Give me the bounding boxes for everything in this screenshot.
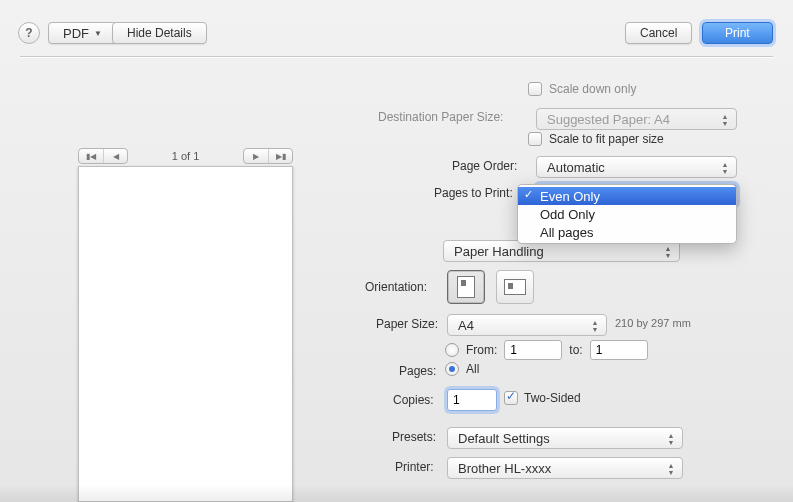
presets-value: Default Settings <box>458 431 550 446</box>
page-order-value: Automatic <box>547 160 605 175</box>
pdf-label: PDF <box>63 26 89 41</box>
hide-details-button[interactable]: Hide Details <box>112 22 207 44</box>
paper-size-popup[interactable]: A4 ▲▼ <box>447 314 607 336</box>
preview-page-counter: 1 of 1 <box>172 150 200 162</box>
pages-from-radio[interactable] <box>445 343 459 357</box>
portrait-icon <box>457 276 475 298</box>
pages-to-print-label: Pages to Print: <box>434 186 513 200</box>
updown-arrows-icon: ▲▼ <box>588 318 602 334</box>
next-page-icon[interactable]: ▶ <box>244 149 268 163</box>
separator <box>20 56 773 57</box>
page-order-label: Page Order: <box>452 159 517 173</box>
updown-arrows-icon: ▲▼ <box>661 244 675 260</box>
two-sided-label: Two-Sided <box>524 391 581 405</box>
pages-all-label: All <box>466 362 479 376</box>
preview-next-last-buttons[interactable]: ▶ ▶▮ <box>243 148 293 164</box>
last-page-icon[interactable]: ▶▮ <box>268 149 292 163</box>
decorative-shadow <box>0 484 793 502</box>
pages-to-label: to: <box>569 343 582 357</box>
updown-arrows-icon: ▲▼ <box>718 160 732 176</box>
print-section-value: Paper Handling <box>454 244 544 259</box>
prev-page-icon[interactable]: ◀ <box>103 149 127 163</box>
print-button[interactable]: Print <box>702 22 773 44</box>
help-button[interactable]: ? <box>18 22 40 44</box>
menu-item-all-pages[interactable]: All pages <box>518 223 736 241</box>
pages-all-radio[interactable] <box>445 362 459 376</box>
menu-item-even-only[interactable]: ✓Even Only <box>518 187 736 205</box>
pages-from-input[interactable] <box>504 340 562 360</box>
menu-item-label: All pages <box>540 225 593 240</box>
page-order-popup[interactable]: Automatic ▲▼ <box>536 156 737 178</box>
scale-to-fit-label: Scale to fit paper size <box>549 132 664 146</box>
pdf-menu-button[interactable]: PDF▼ <box>48 22 117 44</box>
updown-arrows-icon: ▲▼ <box>718 112 732 128</box>
pages-label: Pages: <box>399 364 436 378</box>
menu-item-odd-only[interactable]: Odd Only <box>518 205 736 223</box>
two-sided-checkbox[interactable] <box>504 391 518 405</box>
cancel-button[interactable]: Cancel <box>625 22 692 44</box>
scale-down-only-label: Scale down only <box>549 82 636 96</box>
menu-item-label: Odd Only <box>540 207 595 222</box>
destination-paper-size-label: Destination Paper Size: <box>378 110 503 124</box>
paper-size-value: A4 <box>458 318 474 333</box>
orientation-landscape-button[interactable] <box>496 270 534 304</box>
orientation-portrait-button[interactable] <box>447 270 485 304</box>
destination-paper-size-popup: Suggested Paper: A4 ▲▼ <box>536 108 737 130</box>
printer-value: Brother HL-xxxx <box>458 461 551 476</box>
check-icon: ✓ <box>524 188 533 201</box>
destination-paper-size-value: Suggested Paper: A4 <box>547 112 670 127</box>
pages-to-print-menu: ✓Even Only Odd Only All pages <box>517 184 737 244</box>
orientation-label: Orientation: <box>365 280 427 294</box>
print-preview <box>78 166 293 502</box>
scale-down-only-checkbox[interactable] <box>528 82 542 96</box>
presets-popup[interactable]: Default Settings ▲▼ <box>447 427 683 449</box>
copies-label: Copies: <box>393 393 434 407</box>
caret-down-icon: ▼ <box>94 29 102 38</box>
pages-to-input[interactable] <box>590 340 648 360</box>
printer-popup[interactable]: Brother HL-xxxx ▲▼ <box>447 457 683 479</box>
menu-item-label: Even Only <box>540 189 600 204</box>
updown-arrows-icon: ▲▼ <box>664 431 678 447</box>
preview-first-prev-buttons[interactable]: ▮◀ ◀ <box>78 148 128 164</box>
scale-to-fit-checkbox[interactable] <box>528 132 542 146</box>
landscape-icon <box>504 279 526 295</box>
paper-size-label: Paper Size: <box>376 317 438 331</box>
updown-arrows-icon: ▲▼ <box>664 461 678 477</box>
copies-input[interactable] <box>447 389 497 411</box>
presets-label: Presets: <box>392 430 436 444</box>
pages-from-label: From: <box>466 343 497 357</box>
paper-dimensions: 210 by 297 mm <box>615 317 691 329</box>
printer-label: Printer: <box>395 460 434 474</box>
first-page-icon[interactable]: ▮◀ <box>79 149 103 163</box>
